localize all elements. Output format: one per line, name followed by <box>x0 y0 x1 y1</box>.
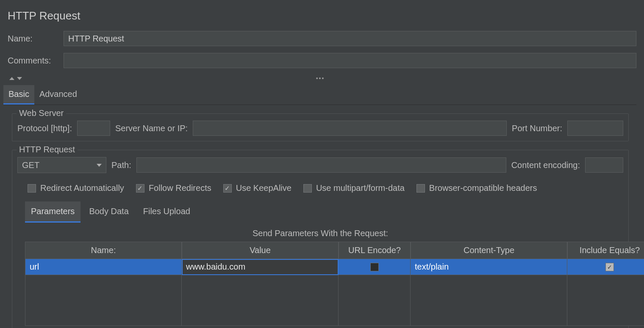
page-title: HTTP Request <box>8 9 636 22</box>
tab-body-data[interactable]: Body Data <box>83 201 134 223</box>
method-select[interactable]: GET <box>17 157 106 173</box>
name-label: Name: <box>8 34 59 44</box>
checkbox-icon <box>136 184 144 193</box>
comments-input[interactable] <box>64 53 636 68</box>
cell-url-encode[interactable] <box>339 259 411 275</box>
checkbox-multipart[interactable]: Use multipart/form-data <box>303 183 405 193</box>
col-content-type[interactable]: Content-Type <box>411 242 567 259</box>
encoding-input[interactable] <box>585 157 623 173</box>
grip-icon: ••• <box>316 77 325 80</box>
parameters-table: Name: Value URL Encode? Content-Type Inc… <box>25 242 620 326</box>
inner-tabbar: Parameters Body Data Files Upload <box>25 201 623 223</box>
cell-value[interactable]: www.baidu.com <box>182 259 339 275</box>
col-include-equals[interactable]: Include Equals? <box>567 242 644 259</box>
method-value: GET <box>22 160 39 170</box>
path-label: Path: <box>111 160 131 170</box>
checkbox-icon <box>28 184 36 193</box>
tab-files-upload[interactable]: Files Upload <box>137 201 196 223</box>
checkbox-icon <box>223 184 232 193</box>
port-input[interactable] <box>567 121 623 136</box>
checkbox-label: Browser-compatible headers <box>429 183 537 193</box>
chevron-down-icon <box>17 77 22 80</box>
col-url-encode[interactable]: URL Encode? <box>339 242 411 259</box>
checkbox-label: Use KeepAlive <box>236 183 291 193</box>
params-section-title: Send Parameters With the Request: <box>17 229 623 238</box>
protocol-label: Protocol [http]: <box>17 124 72 133</box>
comments-label: Comments: <box>8 56 59 66</box>
chevron-down-icon <box>97 164 102 167</box>
group-web-server: Web Server Protocol [http]: Server Name … <box>12 113 629 141</box>
splitter-handle[interactable]: ••• <box>4 75 636 82</box>
tab-basic[interactable]: Basic <box>3 85 34 105</box>
legend-web-server: Web Server <box>17 108 66 118</box>
checkbox-browser-compat[interactable]: Browser-compatible headers <box>416 183 537 193</box>
encoding-label: Content encoding: <box>511 160 580 170</box>
table-empty-area[interactable] <box>25 275 620 326</box>
path-input[interactable] <box>136 157 506 173</box>
legend-http-request: HTTP Request <box>17 145 78 154</box>
checkbox-icon <box>416 184 425 193</box>
table-row[interactable]: url www.baidu.com text/plain <box>25 259 620 275</box>
protocol-input[interactable] <box>77 121 110 136</box>
checkbox-label: Use multipart/form-data <box>316 183 405 193</box>
port-label: Port Number: <box>512 124 562 133</box>
tab-advanced[interactable]: Advanced <box>34 85 82 105</box>
col-value[interactable]: Value <box>182 242 339 259</box>
checkbox-redirect-auto[interactable]: Redirect Automatically <box>28 183 124 193</box>
checkbox-icon <box>303 184 312 193</box>
cell-name[interactable]: url <box>25 259 182 275</box>
group-http-request: HTTP Request GET Path: Content encoding:… <box>12 150 629 328</box>
checkbox-icon <box>605 263 614 271</box>
name-input[interactable] <box>64 31 636 46</box>
server-label: Server Name or IP: <box>115 124 188 133</box>
checkbox-label: Redirect Automatically <box>40 183 124 193</box>
chevron-up-icon <box>9 77 14 80</box>
checkbox-keepalive[interactable]: Use KeepAlive <box>223 183 291 193</box>
checkbox-follow-redirects[interactable]: Follow Redirects <box>136 183 211 193</box>
main-tabbar: Basic Advanced <box>3 85 636 105</box>
cell-include-equals[interactable] <box>567 259 644 275</box>
checkbox-icon <box>370 263 379 271</box>
cell-content-type[interactable]: text/plain <box>411 259 567 275</box>
tab-parameters[interactable]: Parameters <box>25 201 80 223</box>
checkbox-label: Follow Redirects <box>149 183 211 193</box>
col-name[interactable]: Name: <box>25 242 182 259</box>
server-input[interactable] <box>193 121 507 136</box>
